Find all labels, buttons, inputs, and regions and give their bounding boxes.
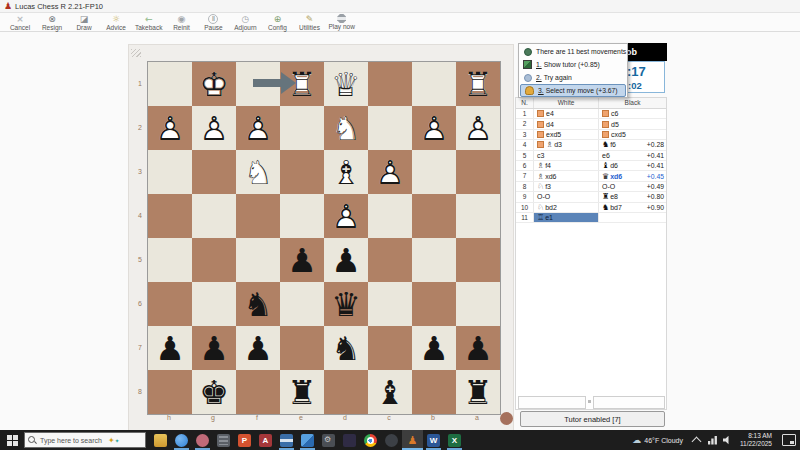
square-c2[interactable] [368, 106, 412, 150]
taskbar-word[interactable]: W [423, 430, 444, 450]
square-a4[interactable] [456, 194, 500, 238]
white-piece-f3[interactable]: ♘ [236, 150, 280, 194]
square-d1[interactable]: ♛♕ [324, 62, 368, 106]
square-e3[interactable] [280, 150, 324, 194]
move-row-1[interactable]: 1e4c6 [516, 109, 666, 119]
white-move-cell[interactable]: c3 [534, 151, 599, 160]
taskbar-app-dark[interactable] [339, 430, 360, 450]
square-f7[interactable]: ♟ [236, 326, 280, 370]
square-d4[interactable]: ♟♙ [324, 194, 368, 238]
white-piece-a2[interactable]: ♙ [456, 106, 500, 150]
move-row-5[interactable]: 5c3e6+0.41 [516, 151, 666, 161]
black-piece-g7[interactable]: ♟ [192, 326, 236, 370]
square-g2[interactable]: ♟♙ [192, 106, 236, 150]
square-h7[interactable]: ♟ [148, 326, 192, 370]
resign-button[interactable]: ⊗Resign [36, 13, 68, 31]
start-button[interactable] [0, 430, 24, 450]
square-c6[interactable] [368, 282, 412, 326]
white-move-cell[interactable]: exd5 [534, 130, 599, 139]
notification-center-icon[interactable] [782, 434, 796, 446]
black-piece-e8[interactable]: ♜ [280, 370, 324, 414]
utilities-button[interactable]: ✎Utilities [293, 13, 325, 31]
square-f4[interactable] [236, 194, 280, 238]
black-piece-c8[interactable]: ♝ [368, 370, 412, 414]
white-piece-d2[interactable]: ♘ [324, 106, 368, 150]
square-h8[interactable] [148, 370, 192, 414]
square-a7[interactable]: ♟ [456, 326, 500, 370]
playnow-button[interactable]: Play now [325, 13, 357, 30]
square-c1[interactable] [368, 62, 412, 106]
black-move-cell[interactable]: e6+0.41 [599, 151, 666, 160]
square-f3[interactable]: ♞♘ [236, 150, 280, 194]
square-c3[interactable]: ♟♙ [368, 150, 412, 194]
taskbar-powerpoint[interactable]: P [234, 430, 255, 450]
square-h5[interactable] [148, 238, 192, 282]
taskbar-browser[interactable] [171, 430, 192, 450]
black-piece-a8[interactable]: ♜ [456, 370, 500, 414]
square-a2[interactable]: ♟♙ [456, 106, 500, 150]
square-e5[interactable]: ♟ [280, 238, 324, 282]
white-move-cell[interactable]: e4 [534, 109, 599, 118]
square-d7[interactable]: ♞ [324, 326, 368, 370]
black-move-cell[interactable]: ♞f6+0.28 [599, 140, 666, 149]
square-f5[interactable] [236, 238, 280, 282]
white-move-cell[interactable]: ♖e1 [534, 213, 599, 222]
square-a1[interactable]: ♜♖ [456, 62, 500, 106]
black-piece-b7[interactable]: ♟ [412, 326, 456, 370]
white-piece-d3[interactable]: ♗ [324, 150, 368, 194]
black-move-cell[interactable]: ♜e8+0.80 [599, 192, 666, 201]
menu-item-show-tutor[interactable]: 1.Show tutor (+0.85) [519, 58, 627, 71]
tray-expand-icon[interactable] [691, 437, 701, 447]
square-g8[interactable]: ♚ [192, 370, 236, 414]
taskbar-search[interactable]: Type here to search ✦ ✦ [24, 432, 146, 448]
menu-item-best-count[interactable]: There are 11 best movements [519, 45, 627, 58]
taskbar-excel[interactable]: X [444, 430, 465, 450]
square-c7[interactable] [368, 326, 412, 370]
cancel-button[interactable]: ×Cancel [4, 13, 36, 31]
square-a6[interactable] [456, 282, 500, 326]
white-piece-a1[interactable]: ♖ [456, 62, 500, 106]
square-b3[interactable] [412, 150, 456, 194]
black-move-cell[interactable]: O-O+0.49 [599, 182, 666, 191]
black-piece-f7[interactable]: ♟ [236, 326, 280, 370]
weather-text[interactable]: 46°F Cloudy [644, 437, 683, 444]
menu-item-select-move[interactable]: 3.Select my move (+3.67) [520, 84, 626, 97]
taskbar-utility[interactable] [381, 430, 402, 450]
white-piece-b2[interactable]: ♙ [412, 106, 456, 150]
square-f6[interactable]: ♞ [236, 282, 280, 326]
square-d5[interactable]: ♟ [324, 238, 368, 282]
square-h3[interactable] [148, 150, 192, 194]
taskbar-printer[interactable] [276, 430, 297, 450]
white-piece-g2[interactable]: ♙ [192, 106, 236, 150]
square-a5[interactable] [456, 238, 500, 282]
square-b5[interactable] [412, 238, 456, 282]
square-g5[interactable] [192, 238, 236, 282]
square-b1[interactable] [412, 62, 456, 106]
square-g6[interactable] [192, 282, 236, 326]
move-row-7[interactable]: 7♗xd6♛xd6+0.45 [516, 171, 666, 181]
square-g4[interactable] [192, 194, 236, 238]
black-move-cell[interactable] [599, 213, 666, 222]
square-d6[interactable]: ♛ [324, 282, 368, 326]
black-move-cell[interactable]: c6 [599, 109, 666, 118]
black-move-cell[interactable]: cxd5 [599, 130, 666, 139]
white-move-cell[interactable]: ♗f4 [534, 161, 599, 170]
advice-button[interactable]: ☼Advice [100, 13, 132, 31]
square-d8[interactable] [324, 370, 368, 414]
white-move-cell[interactable]: d4 [534, 119, 599, 128]
square-h6[interactable] [148, 282, 192, 326]
black-piece-h7[interactable]: ♟ [148, 326, 192, 370]
white-move-cell[interactable]: ♗xd6 [534, 171, 599, 180]
square-h2[interactable]: ♟♙ [148, 106, 192, 150]
move-row-6[interactable]: 6♗f4♝d6+0.41 [516, 161, 666, 171]
move-row-4[interactable]: 4♗d3♞f6+0.28 [516, 140, 666, 150]
taskbar-photos[interactable] [297, 430, 318, 450]
square-b6[interactable] [412, 282, 456, 326]
black-piece-f6[interactable]: ♞ [236, 282, 280, 326]
black-piece-d5[interactable]: ♟ [324, 238, 368, 282]
square-g7[interactable]: ♟ [192, 326, 236, 370]
black-piece-g8[interactable]: ♚ [192, 370, 236, 414]
taskbar-paint[interactable] [192, 430, 213, 450]
draw-button[interactable]: ◪Draw [68, 13, 100, 31]
square-b8[interactable] [412, 370, 456, 414]
